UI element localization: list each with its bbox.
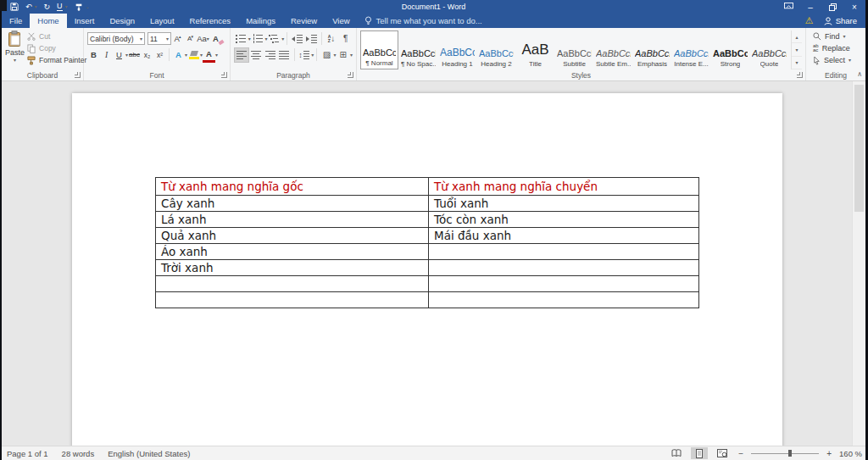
borders-caret-icon[interactable]: ▾ — [350, 53, 353, 58]
word-count[interactable]: 28 words — [62, 449, 95, 458]
clear-formatting-button[interactable]: A — [209, 32, 222, 45]
font-color-button[interactable]: A — [203, 47, 215, 63]
bold-button[interactable]: B — [87, 48, 100, 61]
align-center-button[interactable] — [249, 48, 263, 62]
qat-underline-dropdown-icon[interactable]: ▾ — [65, 4, 68, 9]
superscript-button[interactable]: x² — [153, 48, 166, 61]
table-cell[interactable] — [156, 292, 429, 308]
tab-view[interactable]: View — [325, 14, 357, 28]
paragraph-dialog-launcher[interactable] — [348, 72, 353, 78]
close-button[interactable]: × — [843, 0, 865, 14]
document-area[interactable]: Từ xanh mang nghĩa gốc Từ xanh mang nghĩ… — [2, 81, 865, 446]
web-layout-button[interactable] — [714, 447, 731, 459]
table-header-cell[interactable]: Từ xanh mang nghĩa gốc — [156, 178, 429, 196]
page-count[interactable]: Page 1 of 1 — [7, 449, 48, 458]
paste-button[interactable]: Paste ▾ — [5, 30, 25, 69]
align-right-button[interactable] — [264, 48, 277, 62]
highlight-button[interactable] — [187, 48, 200, 61]
clipboard-dialog-launcher[interactable] — [75, 72, 81, 78]
tab-references[interactable]: References — [182, 14, 239, 28]
doc-table[interactable]: Từ xanh mang nghĩa gốc Từ xanh mang nghĩ… — [155, 177, 699, 308]
zoom-level[interactable]: 160 % — [839, 449, 862, 458]
font-dialog-launcher[interactable] — [221, 72, 227, 78]
multilevel-list-button[interactable] — [267, 32, 281, 46]
table-cell[interactable]: Áo xanh — [156, 244, 429, 260]
table-cell[interactable]: Cây xanh — [156, 196, 429, 212]
table-cell[interactable]: Quả xanh — [156, 228, 429, 244]
undo-button[interactable]: ↶ — [25, 3, 32, 11]
shading-button[interactable]: ▨ — [320, 48, 333, 62]
zoom-out-button[interactable]: − — [737, 449, 745, 458]
zoom-slider-thumb[interactable] — [788, 450, 792, 457]
ribbon-display-options-button[interactable] — [777, 0, 799, 14]
style-card-title[interactable]: AaB Title — [516, 30, 554, 69]
style-card-emphasis[interactable]: AaBbCcDt Emphasis — [633, 30, 671, 69]
table-cell[interactable] — [429, 292, 699, 308]
table-cell[interactable]: Tuổi xanh — [429, 196, 699, 212]
increase-indent-button[interactable] — [304, 32, 319, 46]
subscript-button[interactable]: x₂ — [141, 48, 153, 61]
collapse-ribbon-button[interactable]: ∧ — [857, 70, 862, 78]
multilevel-caret-icon[interactable]: ▾ — [281, 36, 284, 42]
vertical-scrollbar[interactable] — [852, 81, 865, 446]
copy-button[interactable]: Copy — [27, 42, 86, 54]
tab-insert[interactable]: Insert — [67, 14, 103, 28]
table-cell[interactable] — [429, 276, 699, 292]
line-spacing-caret-icon[interactable]: ▾ — [311, 53, 314, 58]
document-page[interactable]: Từ xanh mang nghĩa gốc Từ xanh mang nghĩ… — [72, 93, 782, 446]
grow-font-button[interactable]: A ▴ — [171, 32, 184, 45]
table-cell[interactable]: Trời xanh — [156, 260, 429, 276]
font-name-select[interactable]: Calibri (Body) ▾ — [87, 32, 145, 45]
tab-mailings[interactable]: Mailings — [238, 14, 283, 28]
gallery-expand-icon[interactable]: ▾ — [792, 57, 802, 69]
read-mode-button[interactable] — [668, 447, 685, 459]
table-cell[interactable]: Mái đầu xanh — [429, 228, 699, 244]
font-color-caret-icon[interactable]: ▾ — [215, 53, 218, 58]
qat-customize-icon[interactable]: ⌄ — [86, 4, 90, 9]
tab-layout[interactable]: Layout — [142, 14, 182, 28]
table-cell[interactable]: Tóc còn xanh — [429, 212, 699, 228]
find-button[interactable]: Find ▾ — [813, 30, 862, 42]
justify-button[interactable] — [277, 48, 291, 62]
style-card-subtle-emphasis[interactable]: AaBbCcDt Subtle Em... — [594, 30, 632, 69]
tab-home[interactable]: Home — [30, 14, 66, 28]
numbering-button[interactable] — [251, 32, 265, 46]
zoom-slider[interactable] — [751, 447, 819, 459]
table-cell[interactable] — [429, 244, 699, 260]
undo-dropdown-icon[interactable]: ▾ — [35, 4, 37, 9]
style-card-quote[interactable]: AaBbCcDt Quote — [750, 30, 788, 69]
underline-button[interactable]: U — [113, 48, 125, 61]
cut-button[interactable]: Cut — [27, 30, 86, 42]
restore-button[interactable] — [821, 0, 843, 14]
save-button[interactable] — [10, 3, 19, 11]
strikethrough-button[interactable]: abc — [128, 48, 141, 61]
format-painter-button[interactable]: Format Painter — [27, 54, 86, 66]
minimize-button[interactable]: – — [799, 0, 821, 14]
gallery-up-icon[interactable]: ▴ — [792, 30, 802, 43]
show-formatting-marks-button[interactable]: ¶ — [338, 32, 353, 46]
decrease-indent-button[interactable] — [290, 32, 304, 46]
table-header-cell[interactable]: Từ xanh mang nghĩa chuyển — [429, 178, 699, 196]
style-card-heading1[interactable]: AaBbCc Heading 1 — [438, 30, 476, 69]
change-case-button[interactable]: Aa ▾ — [197, 32, 209, 45]
text-effects-button[interactable]: A — [172, 48, 185, 61]
line-spacing-button[interactable]: ↕ — [298, 48, 311, 62]
warning-icon[interactable]: ⚠ — [805, 15, 814, 26]
zoom-in-button[interactable]: + — [825, 449, 833, 458]
align-left-button[interactable] — [234, 47, 249, 63]
tell-me-box[interactable]: Tell me what you want to do... — [364, 14, 482, 28]
style-card-no-spacing[interactable]: AaBbCcDc ¶ No Spac... — [399, 30, 437, 69]
shrink-font-button[interactable]: A ▾ — [184, 32, 197, 45]
sort-button[interactable]: AZ ↓ — [325, 32, 339, 46]
replace-button[interactable]: abac Replace — [813, 42, 862, 54]
style-card-normal[interactable]: AaBbCcDc ¶ Normal — [360, 30, 398, 69]
redo-button[interactable]: ↻ — [44, 3, 51, 11]
language-status[interactable]: English (United States) — [108, 449, 190, 458]
table-cell[interactable]: Lá xanh — [156, 212, 429, 228]
print-layout-button[interactable] — [691, 447, 708, 459]
tab-file[interactable]: File — [2, 14, 30, 28]
borders-button[interactable]: ⊞ — [337, 48, 350, 62]
qat-underline-button[interactable]: U — [57, 3, 63, 11]
table-cell[interactable] — [156, 276, 429, 292]
style-card-subtitle[interactable]: AaBbCcD Subtitle — [555, 30, 593, 69]
